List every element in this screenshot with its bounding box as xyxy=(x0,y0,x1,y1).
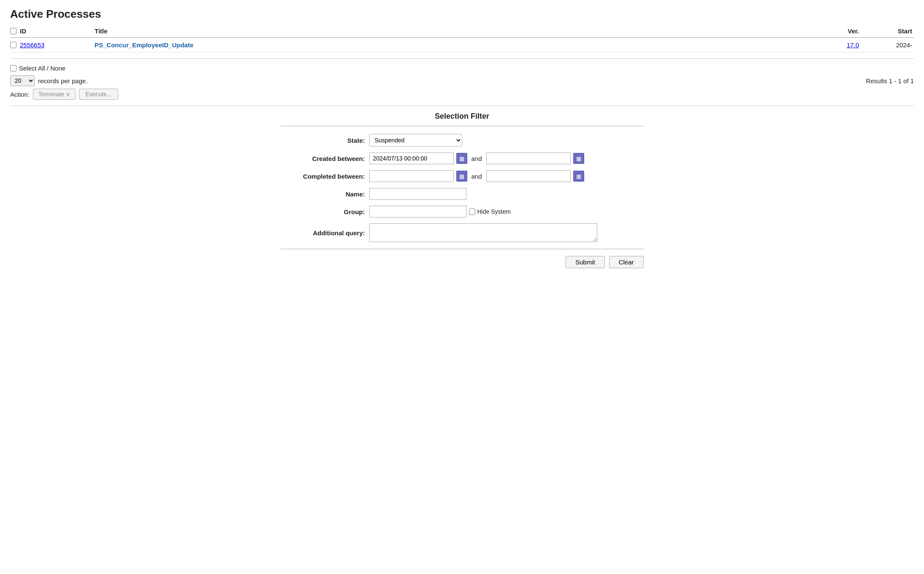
additional-query-label: Additional query: xyxy=(281,229,365,237)
name-filter-row: Name: xyxy=(281,188,644,200)
submit-button[interactable]: Submit xyxy=(566,256,605,268)
state-select[interactable]: Any Active Suspended Completed Failed Ca… xyxy=(369,134,462,147)
filter-bottom-divider xyxy=(281,249,644,249)
select-all-row: Select All / None xyxy=(10,65,914,72)
controls-section: Select All / None 10 20 50 100 records p… xyxy=(10,65,914,100)
completed-and-text: and xyxy=(471,173,482,180)
hide-system-text: Hide System xyxy=(477,208,511,215)
terminate-button[interactable]: Terminate ∨ xyxy=(33,89,76,100)
clear-button[interactable]: Clear xyxy=(609,256,644,268)
completed-between-row: Completed between: ▦ and ▦ xyxy=(281,170,644,182)
records-per-page-control: 10 20 50 100 records per page. xyxy=(10,75,88,86)
records-per-page-label: records per page. xyxy=(38,77,88,84)
controls-bottom-divider xyxy=(10,106,914,106)
group-label: Group: xyxy=(281,208,365,215)
row-ver-cell: 17.0 xyxy=(808,41,859,49)
created-start-calendar-icon[interactable]: ▦ xyxy=(456,153,467,164)
process-title-link[interactable]: PS_Concur_EmployeeID_Update xyxy=(95,41,193,49)
created-between-label: Created between: xyxy=(281,155,365,162)
state-filter-row: State: Any Active Suspended Completed Fa… xyxy=(281,134,644,147)
state-control: Any Active Suspended Completed Failed Ca… xyxy=(369,134,462,147)
filter-top-divider xyxy=(281,126,644,126)
additional-query-textarea[interactable] xyxy=(369,223,597,242)
hide-system-checkbox[interactable] xyxy=(469,209,475,215)
additional-query-row: Additional query: xyxy=(281,223,644,242)
col-header-ver: Ver. xyxy=(808,27,859,35)
filter-button-row: Submit Clear xyxy=(281,256,644,268)
additional-query-control xyxy=(369,223,597,242)
records-per-page-select[interactable]: 10 20 50 100 xyxy=(10,75,35,86)
name-input[interactable] xyxy=(369,188,466,200)
select-all-label: Select All / None xyxy=(19,65,65,72)
completed-between-label: Completed between: xyxy=(281,173,365,180)
row-start-cell: 2024- xyxy=(859,41,914,49)
action-label: Action: xyxy=(10,91,30,98)
select-all-checkbox[interactable] xyxy=(10,65,16,71)
group-input[interactable] xyxy=(369,206,466,218)
process-id-link[interactable]: 2556653 xyxy=(20,41,44,49)
created-end-calendar-icon[interactable]: ▦ xyxy=(573,153,584,164)
name-control xyxy=(369,188,466,200)
results-info: Results 1 - 1 of 1 xyxy=(866,77,914,84)
completed-end-input[interactable] xyxy=(486,170,571,182)
table-row: 2556653 PS_Concur_EmployeeID_Update 17.0… xyxy=(10,38,914,52)
col-header-id: ID xyxy=(10,27,95,35)
table-bottom-divider xyxy=(10,58,914,59)
table-header-row: ID Title Ver. Start xyxy=(10,27,914,38)
execute-button[interactable]: Execute... xyxy=(79,89,118,100)
terminate-label: Terminate xyxy=(38,91,64,98)
hide-system-label: Hide System xyxy=(469,208,511,215)
completed-between-control: ▦ and ▦ xyxy=(369,170,584,182)
completed-start-calendar-icon[interactable]: ▦ xyxy=(456,171,467,182)
name-label: Name: xyxy=(281,190,365,198)
selection-filter-section: Selection Filter State: Any Active Suspe… xyxy=(272,112,652,268)
col-header-start: Start xyxy=(859,27,914,35)
header-checkbox[interactable] xyxy=(10,28,16,34)
page-title: Active Processes xyxy=(10,8,914,21)
active-processes-table: ID Title Ver. Start 2556653 PS_Concur_Em… xyxy=(10,27,914,52)
completed-end-calendar-icon[interactable]: ▦ xyxy=(573,171,584,182)
created-and-text: and xyxy=(471,155,482,162)
row-checkbox[interactable] xyxy=(10,42,16,48)
terminate-dropdown-icon: ∨ xyxy=(66,91,70,98)
created-between-row: Created between: ▦ and ▦ xyxy=(281,152,644,164)
row-title-cell: PS_Concur_EmployeeID_Update xyxy=(95,41,808,49)
group-control: Hide System xyxy=(369,206,511,218)
group-filter-row: Group: Hide System xyxy=(281,206,644,218)
filter-title: Selection Filter xyxy=(281,112,644,121)
created-end-input[interactable] xyxy=(486,152,571,164)
process-ver-link[interactable]: 17.0 xyxy=(847,41,859,49)
row-id-cell: 2556653 xyxy=(10,41,95,49)
created-start-input[interactable] xyxy=(369,152,454,164)
action-row: Action: Terminate ∨ Execute... xyxy=(10,89,914,100)
state-label: State: xyxy=(281,137,365,144)
created-between-control: ▦ and ▦ xyxy=(369,152,584,164)
completed-start-input[interactable] xyxy=(369,170,454,182)
col-header-title: Title xyxy=(95,27,808,35)
